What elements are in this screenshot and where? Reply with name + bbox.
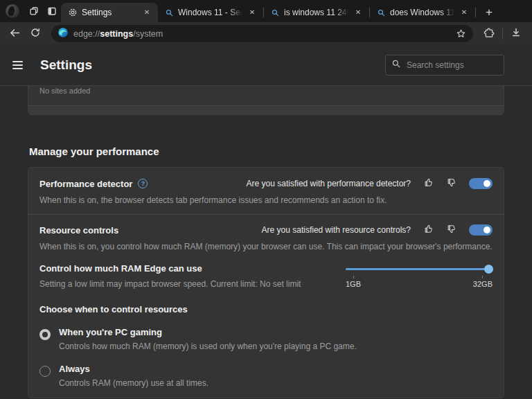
tab-windows-search[interactable]: Windows 11 - Search ✕ (158, 3, 263, 22)
slider-rail (346, 268, 493, 270)
resource-controls-row: Resource controls Are you satisfied with… (39, 224, 493, 236)
feedback-controls: Are you satisfied with performance detec… (247, 177, 493, 190)
performance-card: Performance detector ? Are you satisfied… (28, 167, 504, 398)
radio-option-text: Always Controls RAM (memory) use at all … (59, 364, 209, 388)
hamburger-icon (12, 61, 23, 62)
slider-min: 1GB (346, 276, 361, 288)
radio-option-always[interactable]: Always Controls RAM (memory) use at all … (39, 364, 493, 388)
tick-mark (482, 276, 483, 278)
thumbs-down-button[interactable] (446, 177, 456, 190)
settings-content: No sites added Manage your performance P… (0, 86, 532, 398)
address-bar[interactable]: edge://settings/system (51, 25, 473, 42)
toolbar-separator (502, 28, 503, 39)
profile-avatar[interactable] (6, 4, 19, 18)
feedback-question: Are you satisfied with resource controls… (262, 225, 411, 235)
back-button[interactable] (6, 25, 24, 43)
tab-settings[interactable]: Settings ✕ (61, 3, 158, 22)
help-icon[interactable]: ? (138, 179, 148, 188)
tab-separator (475, 8, 476, 17)
refresh-button[interactable] (26, 25, 44, 43)
ram-slider-track[interactable] (346, 265, 493, 274)
resource-controls-description: When this is on, you control how much RA… (39, 242, 493, 251)
thumbs-up-button[interactable] (423, 224, 434, 236)
ram-limit-title: Control how much RAM Edge can use (39, 263, 332, 274)
tab-actions-button[interactable] (43, 3, 61, 19)
search-icon (271, 8, 280, 17)
radio-group-title: Choose when to control resources (39, 304, 493, 314)
startup-sites-card: No sites added (28, 86, 504, 115)
thumbs-up-icon (423, 224, 434, 236)
slider-knob[interactable] (484, 265, 493, 274)
thumbs-up-icon (423, 177, 434, 190)
thumbs-up-button[interactable] (423, 177, 434, 190)
slider-max-label: 32GB (473, 280, 493, 288)
resource-controls-toggle[interactable] (469, 224, 493, 236)
radio-option-description: Controls RAM (memory) use at all times. (59, 378, 209, 388)
tab-label: Settings (82, 8, 137, 17)
tab-close-icon[interactable]: ✕ (459, 7, 470, 18)
radio-option-label: When you're PC gaming (59, 327, 357, 337)
extensions-puzzle-icon (484, 27, 495, 40)
ram-limit-description: Setting a low limit may impact browser s… (39, 279, 332, 289)
download-icon (511, 27, 522, 40)
tab-label: does Windows 11 24H (390, 8, 454, 17)
no-sites-text: No sites added (39, 87, 90, 95)
performance-detector-toggle[interactable] (469, 178, 493, 189)
tab-does-windows-24h[interactable]: does Windows 11 24H ✕ (370, 3, 475, 22)
extensions-button[interactable] (480, 25, 498, 43)
slider-max: 32GB (473, 276, 493, 288)
menu-button[interactable] (12, 56, 30, 74)
settings-search-box[interactable] (385, 55, 504, 76)
radio-option-pc-gaming[interactable]: When you're PC gaming Controls how much … (39, 327, 493, 351)
browser-window: Settings ✕ Windows 11 - Search ✕ (0, 0, 532, 399)
workspaces-button[interactable] (25, 3, 43, 19)
radio-option-text: When you're PC gaming Controls how much … (59, 327, 357, 351)
performance-detector-row: Performance detector ? Are you satisfied… (39, 177, 493, 190)
thumbs-down-icon (446, 177, 456, 190)
tab-label: Windows 11 - Search (178, 8, 242, 17)
card-footer (28, 105, 504, 114)
refresh-icon (30, 27, 41, 40)
toggle-knob (484, 227, 490, 233)
search-icon (391, 59, 401, 71)
settings-header: Settings (0, 45, 532, 86)
tab-label: is windows 11 24h2 sa (284, 8, 348, 17)
radio-selected-icon[interactable] (39, 329, 51, 340)
slider-scale: 1GB 32GB (346, 276, 493, 288)
ram-limit-row: Control how much RAM Edge can use Settin… (39, 263, 493, 289)
divider (28, 214, 504, 215)
favorite-star-icon[interactable] (456, 28, 466, 39)
page-title: Settings (40, 57, 92, 73)
tab-close-icon[interactable]: ✕ (353, 7, 364, 18)
downloads-button[interactable] (507, 25, 525, 43)
performance-detector-title: Performance detector ? (39, 179, 148, 189)
search-icon (165, 8, 174, 17)
resource-controls-title: Resource controls (39, 225, 118, 236)
performance-detector-description: When this is on, the browser detects tab… (39, 195, 493, 205)
slider-min-label: 1GB (346, 280, 361, 288)
radio-option-description: Controls how much RAM (memory) is used o… (59, 342, 357, 351)
radio-option-label: Always (59, 364, 209, 374)
tab-close-icon[interactable]: ✕ (247, 7, 258, 18)
tab-close-icon[interactable]: ✕ (141, 7, 152, 18)
navigation-bar: edge://settings/system (0, 22, 532, 45)
new-tab-button[interactable]: + (480, 3, 498, 21)
radio-unselected-icon[interactable] (39, 366, 51, 377)
ram-limit-text: Control how much RAM Edge can use Settin… (39, 263, 346, 289)
vertical-tabs-icon (46, 6, 57, 17)
ram-slider: 1GB 32GB (346, 265, 493, 288)
edge-logo-icon (57, 27, 69, 41)
feedback-question: Are you satisfied with performance detec… (247, 179, 411, 188)
workspaces-icon (28, 6, 39, 17)
settings-search-input[interactable] (407, 60, 498, 70)
back-arrow-icon (9, 27, 21, 41)
toggle-knob (484, 180, 490, 187)
thumbs-down-button[interactable] (446, 224, 456, 236)
feedback-controls: Are you satisfied with resource controls… (262, 224, 493, 236)
tick-mark (353, 276, 354, 278)
tab-is-windows-24h2[interactable]: is windows 11 24h2 sa ✕ (264, 3, 369, 22)
search-icon (377, 8, 386, 17)
gear-icon (68, 8, 78, 17)
tab-strip: Settings ✕ Windows 11 - Search ✕ (0, 0, 532, 22)
url-text: edge://settings/system (73, 29, 451, 39)
